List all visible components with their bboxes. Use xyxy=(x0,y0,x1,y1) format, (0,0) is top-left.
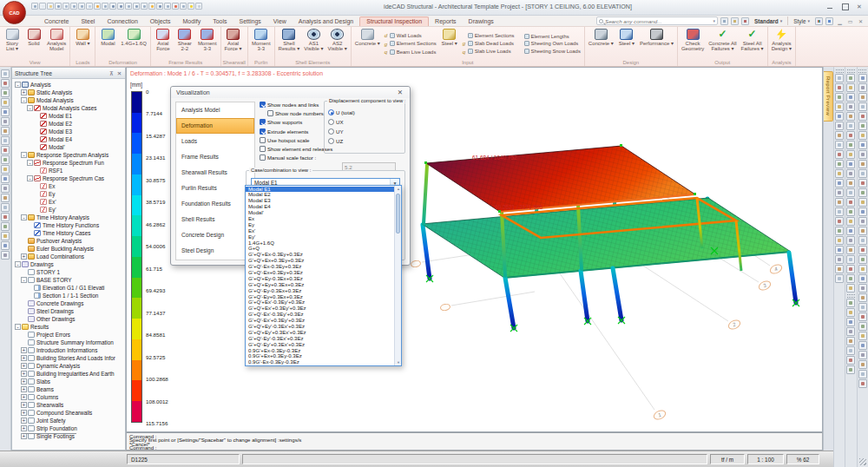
tree-item-modal-analysis-cases[interactable]: -Modal Analysis Cases xyxy=(14,104,125,112)
mdi-restore-icon[interactable]: ▭ xyxy=(846,18,854,24)
left-tool-icon-11[interactable] xyxy=(1,165,10,174)
drag-handle[interactable] xyxy=(847,294,855,298)
layout-columns-icon[interactable] xyxy=(94,3,101,10)
tree-item-strip-foundation[interactable]: +Strip Foundation xyxy=(14,424,125,432)
left-tool-icon-20[interactable] xyxy=(1,251,10,260)
report-preview-tab[interactable]: Report Preview xyxy=(824,71,833,122)
right-tool-icon-c3-5[interactable] xyxy=(858,112,867,121)
ribbon-item-element-lengths[interactable]: Element Lengths xyxy=(519,34,581,39)
align-icon[interactable] xyxy=(117,3,124,10)
radio-u-total[interactable]: U (total) xyxy=(328,108,404,117)
tree-expand-icon[interactable]: + xyxy=(21,253,27,260)
right-tool-icon-c2-28[interactable] xyxy=(846,337,855,345)
tree-expand-icon[interactable]: - xyxy=(15,82,21,88)
tree-expand-icon[interactable]: + xyxy=(21,347,27,353)
tree-expand-icon[interactable]: + xyxy=(21,418,27,424)
checkbox-icon[interactable] xyxy=(267,110,273,116)
ribbon-button-solid[interactable]: Solid xyxy=(23,28,44,59)
tree-expand-icon[interactable]: - xyxy=(21,152,27,158)
tree-item-modal-analysis[interactable]: -Modal Analysis xyxy=(14,96,125,104)
new-file-icon[interactable] xyxy=(39,3,46,10)
tree-expand-icon[interactable]: - xyxy=(21,214,27,220)
tree-item-modal-e3[interactable]: Modal E3 xyxy=(14,128,125,135)
dialog-nav-shell-results[interactable]: Shell Results xyxy=(176,212,254,227)
restore-icon[interactable] xyxy=(840,3,849,10)
right-tool-icon-c1-15[interactable] xyxy=(835,207,844,216)
tab-view[interactable]: View xyxy=(267,17,293,26)
ribbon-button-concrete[interactable]: Concrete ▾ xyxy=(587,28,615,59)
tree-expand-icon[interactable]: + xyxy=(21,386,27,392)
right-tool-icon-c2-29[interactable] xyxy=(846,346,855,355)
right-tool-icon-c1-16[interactable] xyxy=(835,217,844,226)
right-tool-icon-c3-9[interactable] xyxy=(858,150,867,159)
checkbox-icon[interactable] xyxy=(260,146,266,152)
ribbon-button-axial-force[interactable]: AxialForce xyxy=(153,28,174,59)
ribbon-button-1-4g-1-6q[interactable]: 1.4G+1.6Q xyxy=(119,28,148,59)
tab-connection[interactable]: Connection xyxy=(101,17,143,26)
tree-item-time-history-cases[interactable]: Time History Cases xyxy=(14,229,125,237)
dialog-nav-analysis-model[interactable]: Analysis Model xyxy=(176,102,254,118)
style-select[interactable]: Style ▾ xyxy=(791,16,812,25)
undo-icon[interactable] xyxy=(70,3,77,10)
tab-settings[interactable]: Settings xyxy=(233,17,267,26)
dropdown-item-ex[interactable]: Ex xyxy=(246,216,394,222)
left-tool-icon-6[interactable] xyxy=(1,117,10,126)
tree-item-euler-buckling-analysis[interactable]: Euler Buckling Analysis xyxy=(14,245,125,253)
left-tool-icon-15[interactable] xyxy=(1,203,10,212)
right-tool-icon-c1-4[interactable] xyxy=(835,102,844,111)
tab-tools[interactable]: Tools xyxy=(207,17,233,26)
tree-expand-icon[interactable]: - xyxy=(15,324,21,330)
command-search[interactable]: ▾ xyxy=(596,16,718,25)
tab-objects[interactable]: Objects xyxy=(144,17,177,26)
right-tool-icon-c1-10[interactable] xyxy=(835,160,844,168)
print-icon[interactable] xyxy=(720,17,728,25)
ribbon-item-slab-live-loads[interactable]: qSlab Live Loads xyxy=(463,49,515,55)
tree-item-story-1[interactable]: STORY 1 xyxy=(14,268,125,276)
tree-expand-icon[interactable]: - xyxy=(21,97,27,103)
tree-expand-icon[interactable]: - xyxy=(27,175,33,181)
right-tool-icon-c2-22[interactable] xyxy=(846,274,855,283)
right-tool-icon-c3-27[interactable] xyxy=(858,322,867,331)
tree-item-ey[interactable]: Ey' xyxy=(14,206,125,214)
dropdown-item-1-4g-1-6q[interactable]: 1.4G+1.6Q xyxy=(246,240,394,247)
right-tool-icon-c2-5[interactable] xyxy=(846,112,855,121)
right-tool-icon-c3-31[interactable] xyxy=(858,360,867,369)
scroll-down-icon[interactable]: ▼ xyxy=(395,360,402,365)
image-icon[interactable] xyxy=(86,3,93,10)
ribbon-button-performance[interactable]: Performance ▾ xyxy=(638,28,675,59)
tree-expand-icon[interactable]: - xyxy=(27,160,33,166)
tree-item-introduction-informations[interactable]: +Introduction Informations xyxy=(14,346,125,354)
ribbon-button-moment-3-3[interactable]: Moment3-3 xyxy=(250,28,273,59)
checkbox-manual-scale-factor[interactable]: Manual scale factor : xyxy=(260,154,343,162)
update-flag-icon[interactable] xyxy=(172,3,179,10)
right-tool-icon-c3-15[interactable] xyxy=(858,207,867,216)
tab-structural-inspection[interactable]: Structural Inspection xyxy=(359,16,429,26)
tree-expand-icon[interactable]: + xyxy=(21,402,27,408)
ribbon-item-element-sections[interactable]: gElement Sections xyxy=(385,41,437,47)
dialog-nav-steel-design[interactable]: Steel Design xyxy=(176,243,254,259)
drag-handle[interactable] xyxy=(847,69,855,73)
macro-lightning-icon[interactable] xyxy=(187,3,194,10)
tree-item-rsf1[interactable]: RSF1 xyxy=(14,167,125,174)
checkbox-icon[interactable] xyxy=(260,137,266,143)
save-icon[interactable] xyxy=(55,3,62,10)
ribbon-item-slab-dead-loads[interactable]: gSlab Dead Loads xyxy=(463,40,515,46)
scrollbar-thumb[interactable] xyxy=(396,194,400,234)
tree-expand-icon[interactable]: + xyxy=(21,378,27,385)
right-tool-icon-c1-22[interactable] xyxy=(835,274,844,283)
radio-ux[interactable]: UX xyxy=(328,117,404,127)
tree-item-response-spectrum-fun[interactable]: -Response Spectrum Fun xyxy=(14,159,125,167)
tree-item-elevation-g1-g1-elevati[interactable]: Elevation G1 / G1 Elevati xyxy=(14,284,125,292)
tree-item-ey[interactable]: Ey xyxy=(14,190,125,198)
dialog-nav-foundation-results[interactable]: Foundation Results xyxy=(176,196,254,212)
left-tool-icon-14[interactable] xyxy=(1,194,10,202)
view-cube-icon[interactable] xyxy=(825,17,833,25)
left-tool-icon-3[interactable] xyxy=(1,89,10,97)
ribbon-button-modal[interactable]: Modal xyxy=(97,28,118,59)
right-tool-icon-c1-5[interactable] xyxy=(835,112,844,121)
left-tool-icon-18[interactable] xyxy=(1,232,10,240)
right-tool-icon-c3-22[interactable] xyxy=(858,274,867,283)
resize-grip-icon[interactable] xyxy=(859,458,866,465)
open-folder-icon[interactable] xyxy=(47,3,54,10)
radio-icon[interactable] xyxy=(328,119,334,125)
